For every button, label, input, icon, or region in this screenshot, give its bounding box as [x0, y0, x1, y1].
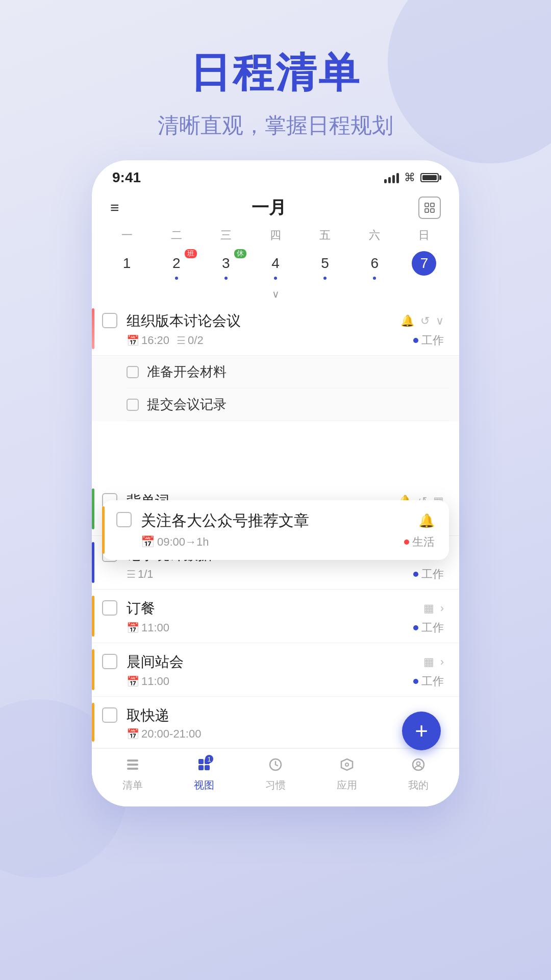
- nav-item-list[interactable]: 清单: [110, 757, 156, 792]
- bell-icon[interactable]: 🔔: [400, 314, 414, 328]
- nav-icon-view: 1: [197, 757, 211, 776]
- task-title-4: 订餐: [127, 599, 155, 618]
- svg-rect-5: [127, 764, 138, 766]
- cal-date-1[interactable]: 1: [102, 248, 152, 282]
- cal-date-6[interactable]: 6: [350, 248, 399, 282]
- task-content-4: 订餐 ▦ › 📅11:00 工作: [127, 599, 444, 635]
- subtask-item-1[interactable]: 准备开会材料: [127, 356, 449, 388]
- task-actions-5: ▦ ›: [423, 655, 444, 669]
- status-icons: ⌘: [384, 171, 439, 184]
- task-title-5: 晨间站会: [127, 652, 184, 672]
- cal-date-7[interactable]: 7: [399, 248, 449, 282]
- subtask-checkbox-1[interactable]: [127, 366, 139, 378]
- chevron-icon-4[interactable]: ›: [440, 602, 444, 615]
- badge-ban: 班: [185, 249, 197, 258]
- task-time-1: 📅16:20: [127, 334, 169, 347]
- expand-icon[interactable]: ∨: [436, 314, 444, 328]
- nav-item-apps[interactable]: 应用: [324, 757, 370, 792]
- subtask-icon: ☰: [177, 334, 186, 347]
- task-checkbox-4[interactable]: [102, 600, 117, 616]
- svg-point-13: [345, 763, 348, 766]
- cal-date-2[interactable]: 2 班: [152, 248, 201, 282]
- task-category-5: 工作: [413, 674, 444, 689]
- subtask-item-2[interactable]: 提交会议记录: [127, 388, 449, 421]
- category-dot-3: [413, 572, 418, 577]
- floating-card-inner: 关注各大公众号推荐文章 🔔 📅 09:00→1h 生活: [116, 510, 435, 550]
- cal-date-4[interactable]: 4: [251, 248, 300, 282]
- nav-item-view[interactable]: 1 视图: [181, 757, 227, 792]
- task-item-5[interactable]: 晨间站会 ▦ › 📅11:00 工作: [92, 643, 459, 697]
- task-time-5: 📅11:00: [127, 675, 169, 688]
- category-dot: [413, 338, 418, 343]
- task-time-4: 📅11:00: [127, 621, 169, 634]
- subtask-text-1: 准备开会材料: [147, 363, 227, 381]
- task-content-6: 取快递 📅20:00-21:00: [127, 706, 444, 741]
- week-day-sat: 六: [350, 226, 399, 245]
- grid-icon-4[interactable]: ▦: [423, 602, 434, 615]
- floating-card-category: 生活: [404, 534, 435, 550]
- task-subtask-count-3: ☰1/1: [127, 568, 154, 581]
- nav-label-view: 视图: [194, 778, 214, 792]
- task-actions-1: 🔔 ↺ ∨: [400, 314, 444, 328]
- menu-icon[interactable]: ≡: [110, 199, 119, 216]
- nav-label-apps: 应用: [337, 778, 357, 792]
- nav-icon-habits: [268, 757, 283, 776]
- category-dot-5: [413, 679, 418, 684]
- badge-xiu: 休: [234, 249, 246, 258]
- calendar-icon-5: 📅: [127, 675, 139, 688]
- nav-item-me[interactable]: 我的: [395, 757, 441, 792]
- svg-rect-1: [431, 203, 434, 207]
- task-title-6: 取快递: [127, 706, 169, 725]
- floating-bell-icon[interactable]: 🔔: [418, 513, 435, 529]
- cal-date-3[interactable]: 3 休: [201, 248, 251, 282]
- calendar-icon-4: 📅: [127, 622, 139, 634]
- floating-card-checkbox[interactable]: [116, 512, 132, 527]
- task-subtask-count-1: ☰0/2: [177, 334, 204, 347]
- task-color-bar-4: [92, 596, 94, 636]
- task-checkbox-6[interactable]: [102, 707, 117, 723]
- task-item-1[interactable]: 组织版本讨论会议 🔔 ↺ ∨ 📅16:20 ☰0/2: [92, 302, 459, 356]
- calendar-header: ≡ 一月: [92, 191, 459, 226]
- week-day-mon: 一: [102, 226, 152, 245]
- task-actions-4: ▦ ›: [423, 602, 444, 615]
- nav-icon-me: [411, 757, 425, 776]
- task-color-bar: [92, 308, 94, 349]
- chevron-icon-5[interactable]: ›: [440, 655, 444, 669]
- week-day-sun: 日: [399, 226, 449, 245]
- svg-rect-6: [127, 768, 138, 770]
- calendar-icon-6: 📅: [127, 728, 139, 740]
- task-checkbox-1[interactable]: [102, 313, 117, 328]
- floating-card-time: 📅 09:00→1h: [141, 535, 209, 549]
- grid-icon-5[interactable]: ▦: [423, 655, 434, 669]
- floating-card-content: 关注各大公众号推荐文章 🔔 📅 09:00→1h 生活: [141, 510, 435, 550]
- calendar-month: 一月: [252, 196, 286, 219]
- week-days-row: 一 二 三 四 五 六 日: [92, 226, 459, 245]
- subtask-checkbox-2[interactable]: [127, 399, 139, 411]
- nav-label-habits: 习惯: [265, 778, 286, 792]
- signal-icon: [384, 172, 399, 183]
- floating-card[interactable]: 关注各大公众号推荐文章 🔔 📅 09:00→1h 生活: [102, 500, 449, 560]
- subtask-text-2: 提交会议记录: [147, 396, 227, 413]
- svg-rect-4: [127, 760, 138, 762]
- fab-add-button[interactable]: +: [402, 712, 441, 750]
- floating-card-color-bar: [102, 506, 105, 554]
- task-content-1: 组织版本讨论会议 🔔 ↺ ∨ 📅16:20 ☰0/2: [127, 311, 444, 348]
- task-title-1: 组织版本讨论会议: [127, 311, 241, 331]
- week-day-tue: 二: [152, 226, 201, 245]
- nav-icon-list: [126, 757, 140, 776]
- battery-icon: [420, 173, 439, 182]
- subtask-icon-3: ☰: [127, 568, 136, 580]
- calendar-expand[interactable]: ∨: [92, 286, 459, 302]
- repeat-icon[interactable]: ↺: [420, 314, 430, 328]
- svg-point-15: [417, 762, 420, 766]
- fab-plus-icon: +: [415, 720, 428, 742]
- floating-card-title: 关注各大公众号推荐文章: [141, 510, 309, 531]
- task-time-6: 📅20:00-21:00: [127, 727, 201, 741]
- cal-date-5[interactable]: 5: [300, 248, 350, 282]
- nav-icon-apps: [340, 757, 354, 776]
- calendar-grid-icon[interactable]: [418, 197, 441, 219]
- task-item-4[interactable]: 订餐 ▦ › 📅11:00 工作: [92, 590, 459, 643]
- task-checkbox-5[interactable]: [102, 654, 117, 669]
- svg-rect-9: [198, 765, 204, 770]
- nav-item-habits[interactable]: 习惯: [253, 757, 298, 792]
